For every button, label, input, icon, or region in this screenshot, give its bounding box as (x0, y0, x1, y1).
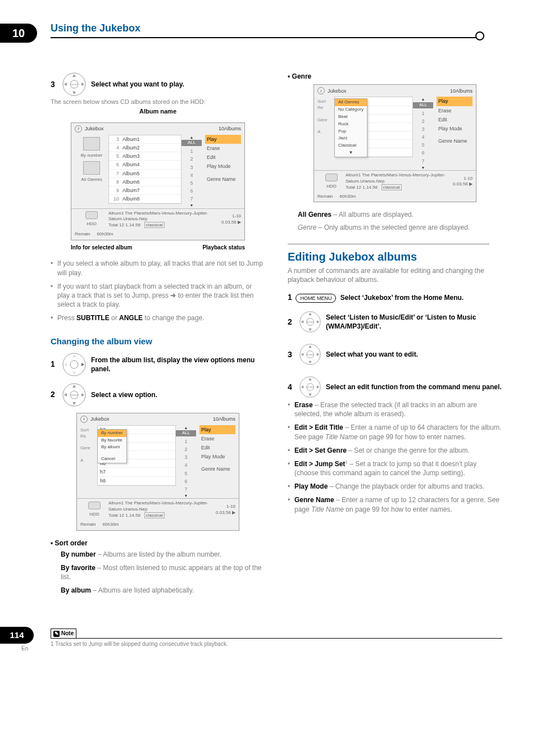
edit-step-4-label: Select an edit function from the command… (326, 382, 502, 391)
sort-by-favorite: By favorite – Most often listened to mus… (61, 563, 265, 581)
genre-selected: Genre – Only albums in the selected genr… (298, 223, 502, 232)
sort-by-number: By number – Albums are listed by the alb… (61, 550, 265, 559)
dpad-icon: ENTER (299, 376, 321, 398)
svg-text:ENTER: ENTER (70, 394, 78, 397)
edit-step-3-label: Select what you want to edit. (326, 350, 418, 359)
note-bullet: If you select a whole album to play, all… (51, 259, 265, 277)
step-3-label: Select what you want to play. (91, 80, 184, 89)
genre-all: All Genres – All albums are displayed. (298, 210, 502, 219)
album-name-callout: Album name (51, 107, 265, 116)
home-menu-button-icon: HOME MENU (296, 294, 336, 303)
dpad-icon: ENTER (62, 382, 87, 407)
page-number-column: ▲ ALL 1234567 ▼ (181, 135, 202, 208)
page-number: 114 En (0, 627, 34, 653)
cmd-jump-set: Edit > Jump Set1 – Set a track to jump s… (288, 459, 502, 477)
sort-by-album: By album – Albums are listed alphabetica… (61, 586, 265, 595)
edit-step-1-label: Select ‘Jukebox’ from the Home Menu. (340, 294, 464, 302)
album-thumb-icon (83, 137, 100, 151)
ui-info-bar: HDD Album1 The Planets/Mars-Venus-Mercur… (71, 208, 244, 230)
footnote: ✎Note 1 Tracks set to Jump will be skipp… (51, 629, 502, 648)
jukebox-icon: ♪ (75, 125, 82, 133)
step-2-row: 2 ENTER Select a view option. (51, 382, 265, 407)
note-bullet: Press SUBTITLE or ANGLE to change the pa… (51, 313, 265, 322)
ui-left-allgenres: All Genres (81, 177, 102, 183)
jukebox-screenshot-3: ♪Jukebox10Albums SortReGenrA h2h3h4h5h6h… (314, 84, 476, 202)
edit-step-4: 4 ENTER Select an edit function from the… (288, 376, 502, 398)
jukebox-screenshot-2: ♪Jukebox10Albums SortReGenrA h2h3h4h5h6h… (76, 413, 239, 531)
footnote-text: 1 Tracks set to Jump will be skipped dur… (51, 638, 502, 648)
step-3-subtitle: The screen below shows CD albums stored … (51, 98, 265, 106)
step-2-label: Select a view option. (91, 390, 157, 399)
genre-popup: All Genres No CategoryBeatRockPopJazzCla… (334, 98, 367, 157)
edit-step-1: 1 HOME MENU Select ‘Jukebox’ from the Ho… (288, 292, 502, 303)
ui-title: Jukebox (85, 125, 104, 132)
svg-text:ENTER: ENTER (307, 354, 314, 356)
sort-popup: By number By favorite By album Cancel (97, 429, 127, 463)
svg-point-4 (70, 361, 78, 368)
svg-text:ENTER: ENTER (307, 386, 314, 389)
subhead-changing-view: Changing the album view (51, 336, 265, 347)
edit-step-3: 3 ENTER Select what you want to edit. (288, 343, 502, 366)
note-bullet: If you want to start playback from a sel… (51, 282, 265, 309)
cmd-erase: Erase – Erase the selected track (if all… (288, 400, 502, 418)
dpad-right-icon (62, 352, 87, 377)
step-number: 3 (51, 79, 57, 90)
section-divider (288, 243, 489, 245)
editing-heading: Editing Jukebox albums (288, 249, 502, 265)
dpad-icon: ENTER (62, 72, 87, 97)
chapter-number-badge: 10 (0, 24, 37, 43)
step3-notes: If you select a whole album to play, all… (51, 259, 265, 322)
edit-step-2: 2 ENTER Select ‘Listen to Music/Edit’ or… (288, 311, 502, 333)
album-list: 3Album1 4Album2 5Album3 6Album4 7Album5 … (108, 135, 181, 204)
editing-sub: A number of commands are available for e… (288, 266, 502, 284)
context-menu: PlayEraseEditPlay ModeGenre Name (202, 135, 241, 208)
step-3-row: 3 ENTER Select what you want to play. (51, 72, 265, 97)
svg-text:ENTER: ENTER (307, 321, 314, 324)
cmd-genre-name: Genre Name – Enter a name of up to 12 ch… (288, 495, 502, 513)
jukebox-screenshot-1: ♪ Jukebox 10Albums By number All Genres … (71, 122, 245, 240)
cmd-edit-title: Edit > Edit Title – Enter a name of up t… (288, 423, 502, 441)
edit-command-list: Erase – Erase the selected track (if all… (288, 400, 502, 514)
cmd-play-mode: Play Mode – Change the playback order fo… (288, 482, 502, 491)
step-1-row: 1 From the album list, display the view … (51, 352, 265, 377)
hdd-icon (85, 211, 98, 219)
dpad-icon: ENTER (299, 311, 321, 333)
step-1-label: From the album list, display the view op… (91, 356, 265, 374)
svg-text:ENTER: ENTER (70, 83, 78, 86)
dpad-icon: ENTER (299, 343, 321, 366)
sort-order-heading: Sort order (51, 539, 265, 548)
genre-thumb-icon (83, 161, 100, 175)
arrow-right-icon: ➜ (170, 292, 176, 299)
caption-playback: Playback status (202, 244, 245, 252)
edit-step-2-label: Select ‘Listen to Music/Edit’ or ‘Listen… (326, 313, 502, 331)
chapter-header: Using the Jukebox (51, 21, 480, 38)
cmd-set-genre: Edit > Set Genre – Set or change the gen… (288, 446, 502, 455)
chapter-title: Using the Jukebox (51, 21, 140, 35)
caption-info: Info for selected album (71, 244, 132, 252)
genre-heading: Genre (288, 72, 502, 81)
note-icon: ✎ (53, 631, 60, 637)
ui-left-bynumber: By number (81, 153, 103, 159)
screenshot-captions: Info for selected album Playback status (71, 244, 245, 252)
ui-album-count: 10Albums (219, 125, 241, 132)
